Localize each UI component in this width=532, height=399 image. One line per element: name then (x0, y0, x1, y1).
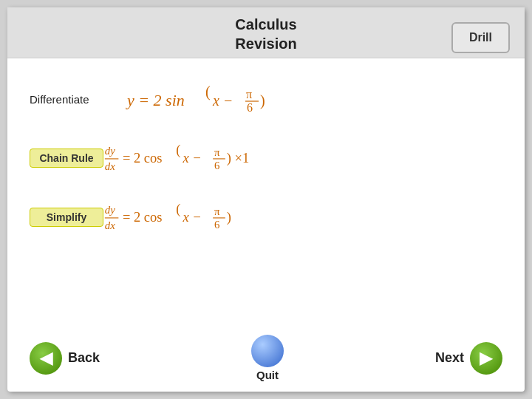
svg-text:= 2 cos: = 2 cos (123, 210, 163, 225)
next-button[interactable]: Next ▶ (435, 342, 502, 375)
svg-text:dx: dx (105, 160, 115, 172)
header-line2: Revision (235, 35, 296, 52)
quit-label: Quit (256, 369, 279, 381)
chain-rule-formula: dy dx = 2 cos ( x − π 6 ) ×1 (103, 140, 302, 177)
svg-text:= 2 cos: = 2 cos (123, 151, 163, 166)
differentiate-label: Differentiate (30, 93, 126, 106)
header-line1: Calculus (235, 16, 296, 33)
svg-text:dx: dx (105, 219, 115, 231)
back-button[interactable]: ◀ Back (30, 342, 100, 375)
svg-text:6: 6 (214, 219, 219, 231)
next-label: Next (435, 350, 464, 366)
footer: ◀ Back Quit Next ▶ (7, 335, 525, 381)
svg-text:dy: dy (105, 204, 115, 216)
simplify-label: Simplify (30, 208, 103, 227)
next-circle: ▶ (470, 342, 502, 375)
svg-text:): ) (260, 92, 265, 109)
header: Calculus Revision (7, 7, 525, 58)
chain-rule-label: Chain Rule (30, 149, 103, 168)
svg-text:6: 6 (214, 160, 219, 171)
svg-text:): ) (227, 210, 231, 225)
svg-text:x −: x − (182, 210, 201, 225)
content-area: Differentiate y = 2 sin ( x − π 6 ) Chai… (7, 58, 525, 273)
main-window: Calculus Revision Drill Differentiate y … (7, 7, 525, 392)
svg-text:x −: x − (182, 151, 201, 166)
simplify-row: Simplify dy dx = 2 cos ( x − π 6 ) (30, 199, 502, 236)
differentiate-formula: y = 2 sin ( x − π 6 ) (126, 81, 303, 117)
quit-button[interactable]: Quit (251, 335, 284, 381)
header-title: Calculus Revision (7, 15, 525, 53)
svg-text:y = 2 sin: y = 2 sin (126, 91, 185, 109)
svg-text:(: ( (176, 143, 180, 158)
quit-circle (251, 335, 284, 367)
drill-button[interactable]: Drill (451, 22, 510, 53)
svg-text:(: ( (176, 202, 180, 217)
svg-text:π: π (214, 205, 220, 217)
differentiate-row: Differentiate y = 2 sin ( x − π 6 ) (30, 81, 502, 117)
back-label: Back (68, 350, 100, 366)
chain-rule-row: Chain Rule dy dx = 2 cos ( x − π 6 ) ×1 (30, 140, 502, 177)
svg-text:(: ( (205, 83, 211, 100)
svg-text:π: π (246, 88, 252, 100)
back-circle: ◀ (30, 342, 62, 375)
svg-text:dy: dy (105, 145, 115, 157)
simplify-formula: dy dx = 2 cos ( x − π 6 ) (103, 199, 282, 236)
svg-text:x −: x − (212, 92, 233, 109)
svg-text:6: 6 (247, 101, 253, 114)
svg-text:π: π (214, 146, 220, 158)
svg-text:) ×1: ) ×1 (227, 151, 249, 166)
